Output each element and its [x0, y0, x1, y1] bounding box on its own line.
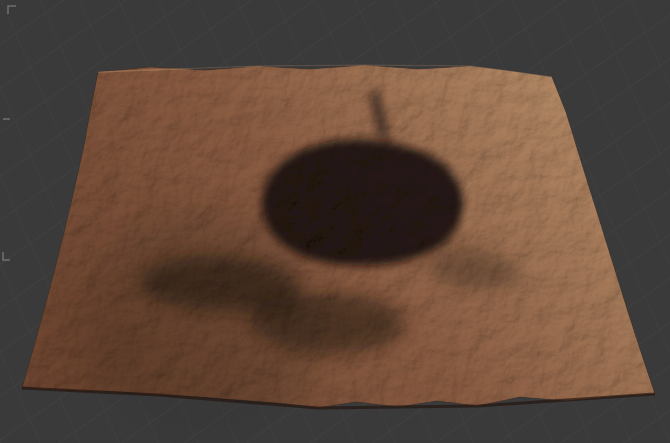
terrain-mesh[interactable] — [22, 65, 655, 443]
crater-shadow — [262, 139, 464, 265]
scene-viewport[interactable] — [0, 0, 670, 443]
terrain-render — [0, 0, 670, 443]
